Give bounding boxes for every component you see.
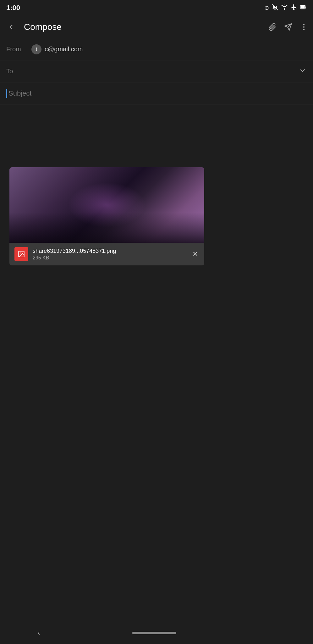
svg-point-6 <box>303 26 305 28</box>
subject-row[interactable] <box>0 82 313 104</box>
text-cursor <box>6 89 7 98</box>
attach-button[interactable] <box>268 23 277 31</box>
wifi-icon <box>281 4 288 12</box>
from-email: c@gmail.com <box>45 46 83 53</box>
status-bar: 1:00 ⊙ <box>0 0 313 16</box>
bottom-nav: ‹ <box>0 622 313 644</box>
notification-muted-icon <box>272 4 278 12</box>
from-row: From t c@gmail.com <box>0 38 313 60</box>
body-area[interactable] <box>0 104 313 167</box>
svg-point-5 <box>303 24 305 25</box>
status-time: 1:00 <box>6 4 20 12</box>
attachment-size: 295 KB <box>33 255 187 261</box>
attachment-filename: share631973189...05748371.png <box>33 248 187 254</box>
nav-back-button[interactable]: ‹ <box>38 629 40 637</box>
more-options-button[interactable] <box>300 23 308 31</box>
airplane-mode-icon <box>290 4 297 12</box>
to-row[interactable]: To <box>0 60 313 82</box>
svg-point-7 <box>303 29 305 30</box>
pocket-icon: ⊙ <box>264 4 269 11</box>
back-button[interactable] <box>5 21 18 33</box>
status-icons: ⊙ <box>264 4 307 12</box>
to-label: To <box>6 68 31 75</box>
from-avatar: t <box>31 44 41 54</box>
attachment-file-icon <box>14 247 28 261</box>
svg-line-0 <box>272 4 278 10</box>
send-button[interactable] <box>284 23 292 31</box>
attachment-details: share631973189...05748371.png 295 KB <box>33 248 187 261</box>
app-title: Compose <box>24 22 262 32</box>
expand-recipients-button[interactable] <box>299 66 307 76</box>
app-bar: Compose <box>0 16 313 38</box>
attachment-image-preview <box>9 167 204 243</box>
battery-icon <box>300 4 307 12</box>
toolbar-icons <box>268 23 308 31</box>
remove-attachment-button[interactable]: ✕ <box>191 249 199 259</box>
svg-rect-2 <box>301 6 305 8</box>
from-avatar-letter: t <box>36 47 37 52</box>
nav-home-pill[interactable] <box>132 632 176 634</box>
to-input[interactable] <box>31 68 299 75</box>
subject-input[interactable] <box>8 89 307 97</box>
from-label: From <box>6 46 31 53</box>
attachment-info-bar: share631973189...05748371.png 295 KB ✕ <box>9 243 204 265</box>
attachment-container: share631973189...05748371.png 295 KB ✕ <box>9 167 204 265</box>
svg-point-9 <box>20 253 21 253</box>
